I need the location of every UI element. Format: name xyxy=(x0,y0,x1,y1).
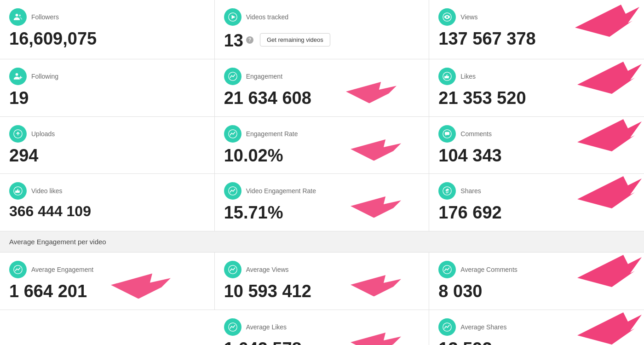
avg-section-header: Average Engagement per video xyxy=(0,231,644,253)
stats-grid-main: Followers 16,609,075 Videos tracked 13 ?… xyxy=(0,0,644,231)
avg-shares-icon xyxy=(438,318,456,336)
svg-rect-37 xyxy=(445,132,449,135)
avg-likes-label: Average Likes xyxy=(246,323,287,331)
engagement-value: 21 634 608 xyxy=(224,89,420,108)
engagement-icon xyxy=(224,68,242,85)
stat-header-following: Following xyxy=(9,68,205,85)
videos-icon xyxy=(224,8,242,26)
avg-views-label: Average Views xyxy=(246,266,289,273)
avg-likes-value: 1 642 578 xyxy=(224,339,420,345)
avg-cell-views: Average Views 10 593 412 xyxy=(215,253,430,310)
uploads-value: 294 xyxy=(9,146,205,166)
followers-value: 16,609,075 xyxy=(9,29,205,49)
stat-cell-video-likes: Video likes 366 444 109 xyxy=(0,174,215,231)
stats-container: Followers 16,609,075 Videos tracked 13 ?… xyxy=(0,0,644,345)
stat-cell-videos-tracked: Videos tracked 13 ? Get remaining videos xyxy=(215,0,430,59)
avg-likes-header: Average Likes xyxy=(224,318,420,336)
comments-value: 104 343 xyxy=(438,146,635,166)
stat-cell-video-engagement-rate: Video Engagement Rate 15.71% xyxy=(215,174,430,231)
videos-tracked-row: 13 ? Get remaining videos xyxy=(224,29,420,51)
stat-cell-comments: Comments 104 343 xyxy=(429,117,644,174)
avg-engagement-label: Average Engagement xyxy=(31,266,93,273)
likes-label: Likes xyxy=(460,73,476,80)
avg-shares-value: 13 592 xyxy=(438,339,635,345)
avg-comments-header: Average Comments xyxy=(438,261,635,278)
following-label: Following xyxy=(31,73,58,80)
svg-point-23 xyxy=(446,16,448,18)
engagement-label: Engagement xyxy=(246,73,282,80)
stat-header-comments: Comments xyxy=(438,125,635,143)
uploads-icon xyxy=(9,125,27,143)
stat-header-engagement: Engagement xyxy=(224,68,420,85)
stat-header-shares: Shares xyxy=(438,182,635,200)
comments-icon xyxy=(438,125,456,143)
avg-comments-icon xyxy=(438,261,456,278)
svg-point-19 xyxy=(19,15,21,17)
avg-comments-value: 8 030 xyxy=(438,282,635,301)
avg-views-value: 10 593 412 xyxy=(224,282,420,301)
views-icon xyxy=(438,8,456,26)
following-icon xyxy=(9,68,27,85)
avg-cell-comments: Average Comments 8 030 xyxy=(429,253,644,310)
likes-value: 21 353 520 xyxy=(438,89,635,108)
stat-cell-views: Views 137 567 378 xyxy=(429,0,644,59)
avg-shares-label: Average Shares xyxy=(460,323,506,331)
avg-engagement-icon xyxy=(9,261,27,278)
videos-value: 13 xyxy=(224,31,243,51)
avg-likes-icon xyxy=(224,318,242,336)
svg-point-18 xyxy=(16,14,18,17)
videos-label: Videos tracked xyxy=(246,13,288,21)
stat-cell-engagement-rate: Engagement Rate 10.02% xyxy=(215,117,430,174)
engagement-rate-label: Engagement Rate xyxy=(246,130,298,138)
avg-engagement-value: 1 664 201 xyxy=(9,282,205,301)
uploads-label: Uploads xyxy=(31,130,55,138)
avg-stats-grid: Average Engagement 1 664 201 Average Vie… xyxy=(0,253,644,345)
stat-header-likes: Likes xyxy=(438,68,635,85)
stat-cell-following: Following 19 xyxy=(0,59,215,117)
stat-cell-uploads: Uploads 294 xyxy=(0,117,215,174)
stat-header-videos: Videos tracked xyxy=(224,8,420,26)
avg-cell-likes: Average Likes 1 642 578 xyxy=(215,310,430,345)
avg-section-title: Average Engagement per video xyxy=(9,238,106,246)
video-engagement-rate-icon xyxy=(224,182,242,200)
engagement-rate-icon xyxy=(224,125,242,143)
svg-rect-31 xyxy=(444,76,445,78)
stat-cell-followers: Followers 16,609,075 xyxy=(0,0,215,59)
question-icon: ? xyxy=(246,36,253,44)
engagement-rate-value: 10.02% xyxy=(224,146,420,166)
avg-engagement-header: Average Engagement xyxy=(9,261,205,278)
avg-cell-shares: Average Shares 13 592 xyxy=(429,310,644,345)
avg-views-icon xyxy=(224,261,242,278)
avg-comments-label: Average Comments xyxy=(460,266,517,273)
followers-icon xyxy=(9,8,27,26)
stat-header-followers: Followers xyxy=(9,8,205,26)
stat-cell-shares: Shares 176 692 xyxy=(429,174,644,231)
likes-icon xyxy=(438,68,456,85)
stat-cell-engagement: Engagement 21 634 608 xyxy=(215,59,430,117)
avg-shares-header: Average Shares xyxy=(438,318,635,336)
svg-rect-40 xyxy=(15,191,16,193)
followers-label: Followers xyxy=(31,13,59,21)
views-label: Views xyxy=(460,13,477,21)
following-value: 19 xyxy=(9,89,205,108)
stat-header-video-engagement-rate: Video Engagement Rate xyxy=(224,182,420,200)
shares-icon xyxy=(438,182,456,200)
shares-value: 176 692 xyxy=(438,203,635,223)
stat-cell-likes: Likes 21 353 520 xyxy=(429,59,644,117)
shares-label: Shares xyxy=(460,187,481,195)
views-value: 137 567 378 xyxy=(438,29,635,49)
video-likes-value: 366 444 109 xyxy=(9,203,205,219)
video-likes-label: Video likes xyxy=(31,187,62,195)
video-likes-icon xyxy=(9,182,27,200)
avg-views-header: Average Views xyxy=(224,261,420,278)
stat-header-video-likes: Video likes xyxy=(9,182,205,200)
stat-header-uploads: Uploads xyxy=(9,125,205,143)
video-engagement-rate-label: Video Engagement Rate xyxy=(246,187,316,195)
svg-marker-21 xyxy=(231,15,235,19)
avg-cell-engagement: Average Engagement 1 664 201 xyxy=(0,253,215,310)
get-remaining-button[interactable]: Get remaining videos xyxy=(260,33,330,46)
stat-header-views: Views xyxy=(438,8,635,26)
stat-header-engagement-rate: Engagement Rate xyxy=(224,125,420,143)
comments-label: Comments xyxy=(460,130,492,138)
svg-point-25 xyxy=(16,73,18,76)
